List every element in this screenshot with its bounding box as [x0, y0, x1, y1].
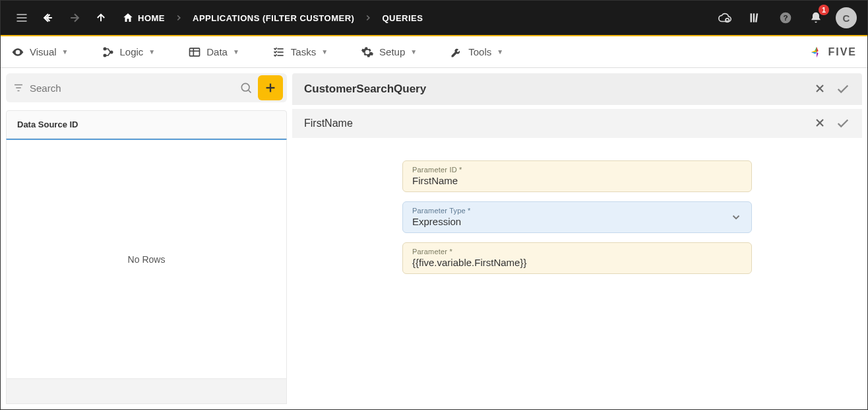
svg-text:?: ? — [783, 13, 788, 22]
breadcrumb-applications[interactable]: APPLICATIONS (FILTER CUSTOMER) — [193, 13, 354, 23]
breadcrumb: HOME APPLICATIONS (FILTER CUSTOMER) QUER… — [122, 12, 423, 24]
tab-tasks[interactable]: Tasks ▼ — [272, 46, 328, 59]
svg-rect-6 — [753, 13, 755, 22]
empty-state: No Rows — [7, 140, 286, 378]
avatar[interactable]: C — [836, 7, 857, 28]
chevron-right-icon — [363, 13, 373, 22]
chevron-down-icon: ▼ — [62, 48, 69, 55]
check-icon — [836, 116, 850, 131]
notifications-button[interactable]: 1 — [805, 7, 826, 28]
svg-line-29 — [249, 90, 251, 93]
breadcrumb-label: APPLICATIONS (FILTER CUSTOMER) — [193, 13, 354, 23]
arrow-right-icon — [68, 11, 81, 24]
field-value: FirstName — [412, 175, 742, 186]
tab-data[interactable]: Data ▼ — [188, 46, 239, 59]
topbar-left: HOME APPLICATIONS (FILTER CUSTOMER) QUER… — [11, 7, 423, 28]
library-button[interactable] — [745, 7, 766, 28]
cloud-button[interactable] — [714, 7, 735, 28]
chevron-down-icon: ▼ — [148, 48, 155, 55]
menu-bar: Visual ▼ Logic ▼ Data ▼ Tasks ▼ Setup ▼ … — [1, 36, 867, 68]
tab-label: Tools — [468, 46, 491, 57]
confirm-button[interactable] — [836, 82, 850, 96]
close-icon — [813, 82, 826, 95]
chevron-down-icon — [730, 211, 742, 223]
menu-button[interactable] — [11, 7, 32, 28]
svg-rect-5 — [751, 13, 753, 22]
up-button[interactable] — [90, 7, 111, 28]
tab-label: Visual — [30, 46, 57, 57]
search-row — [6, 73, 287, 102]
tab-tools[interactable]: Tools ▼ — [450, 46, 503, 59]
detail-subheader-actions — [813, 116, 850, 131]
tab-label: Data — [206, 46, 228, 57]
tab-label: Setup — [379, 46, 405, 57]
notification-badge: 1 — [819, 5, 829, 15]
detail-header: CustomerSearchQuery — [292, 73, 862, 105]
filter-icon[interactable] — [13, 82, 24, 94]
brand-name: FIVE — [828, 46, 857, 58]
tools-icon — [450, 46, 463, 59]
field-label: Parameter Type * — [412, 207, 742, 215]
breadcrumb-separator — [362, 12, 374, 24]
parameter-type-field[interactable]: Parameter Type * Expression — [402, 201, 752, 233]
breadcrumb-label: HOME — [138, 13, 165, 23]
chevron-down-icon: ▼ — [233, 48, 239, 55]
plus-icon — [263, 81, 278, 95]
add-button[interactable] — [258, 75, 283, 100]
svg-marker-23 — [811, 52, 817, 54]
tab-visual[interactable]: Visual ▼ — [11, 46, 69, 59]
svg-point-11 — [104, 48, 106, 50]
svg-rect-7 — [755, 13, 758, 22]
dropdown-toggle[interactable] — [730, 211, 742, 223]
arrow-up-icon — [95, 12, 107, 24]
field-label: Parameter * — [412, 248, 742, 256]
chevron-down-icon: ▼ — [410, 48, 417, 55]
left-panel: Data Source ID No Rows — [1, 68, 292, 409]
logic-icon — [102, 46, 115, 59]
chevron-right-icon — [174, 13, 183, 22]
search-icon[interactable] — [239, 81, 253, 94]
table-icon — [188, 46, 201, 59]
cloud-sync-icon — [718, 11, 732, 25]
hamburger-icon — [15, 11, 28, 24]
tab-label: Tasks — [291, 46, 316, 57]
close-button[interactable] — [813, 116, 826, 131]
breadcrumb-home[interactable]: HOME — [122, 12, 165, 24]
parameter-value-field[interactable]: Parameter * {{five.variable.FirstName}} — [402, 242, 752, 274]
gear-icon — [361, 46, 374, 59]
breadcrumb-queries[interactable]: QUERIES — [382, 13, 423, 23]
five-logo-icon — [809, 45, 824, 59]
right-panel: CustomerSearchQuery FirstName — [292, 68, 867, 409]
search-input[interactable] — [30, 83, 234, 94]
top-bar: HOME APPLICATIONS (FILTER CUSTOMER) QUER… — [1, 1, 867, 36]
svg-point-10 — [16, 51, 18, 53]
arrow-left-icon — [42, 11, 55, 24]
list-header: Data Source ID — [6, 110, 287, 139]
help-icon: ? — [779, 11, 792, 24]
tab-setup[interactable]: Setup ▼ — [361, 46, 417, 59]
tasks-icon — [272, 46, 286, 59]
field-label: Parameter ID * — [412, 166, 742, 174]
field-value: Expression — [412, 216, 742, 227]
breadcrumb-separator — [173, 12, 185, 24]
eye-icon — [11, 46, 24, 59]
chevron-down-icon: ▼ — [321, 48, 328, 55]
chevron-down-icon: ▼ — [497, 48, 503, 55]
tab-logic[interactable]: Logic ▼ — [102, 46, 156, 59]
svg-marker-24 — [817, 52, 819, 57]
library-icon — [749, 11, 762, 24]
svg-rect-14 — [190, 48, 200, 56]
svg-marker-20 — [817, 46, 819, 51]
svg-point-28 — [241, 83, 249, 91]
forward-button — [64, 7, 85, 28]
brand-logo: FIVE — [809, 45, 857, 59]
back-button[interactable] — [38, 7, 59, 28]
main-area: Data Source ID No Rows CustomerSearchQue… — [1, 68, 867, 409]
list-footer — [7, 378, 286, 403]
confirm-button[interactable] — [836, 116, 850, 131]
parameter-id-field[interactable]: Parameter ID * FirstName — [402, 160, 752, 192]
field-value: {{five.variable.FirstName}} — [412, 257, 742, 268]
close-button[interactable] — [813, 82, 826, 96]
close-icon — [813, 116, 826, 129]
help-button[interactable]: ? — [775, 7, 796, 28]
